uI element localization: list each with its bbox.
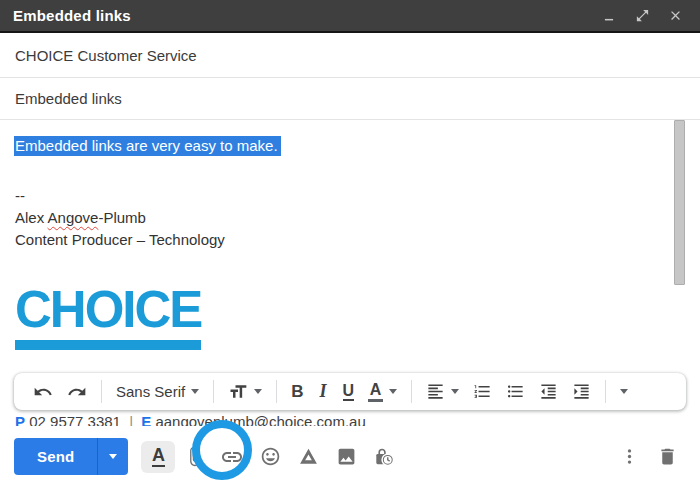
chevron-down-icon [254,389,262,394]
align-left-icon [426,382,445,401]
close-icon [668,8,683,23]
indent-more-button[interactable] [565,377,598,407]
more-options-button[interactable] [610,438,648,476]
font-size-button[interactable] [221,377,269,407]
drive-icon [298,446,319,467]
photo-icon [336,446,357,467]
contact-separator: | [125,413,137,426]
insert-drive-file-button[interactable] [289,438,327,476]
toolbar-divider [411,380,412,403]
toolbar-divider [605,380,606,403]
send-button-group: Send [14,438,128,475]
popout-button[interactable] [630,5,654,27]
email-label: E [141,413,151,426]
signature-divider: -- [15,185,685,207]
open-in-full-icon [635,8,650,23]
more-vertical-icon [620,447,639,466]
link-icon [220,445,244,469]
window-title: Embedded links [13,7,588,24]
minimize-button[interactable] [597,5,621,27]
undo-icon [33,382,53,402]
insert-emoji-button[interactable] [251,438,289,476]
email-address: aangoveplumb@choice.com.au [155,413,365,426]
bulleted-list-icon [506,382,525,401]
send-button[interactable]: Send [14,438,97,475]
titlebar: Embedded links [0,0,700,33]
chevron-down-icon [620,389,628,394]
phone-label: P [15,413,25,426]
signature-name: Alex Angove-Plumb [15,207,685,229]
text-color-icon: A [368,382,383,402]
insert-link-button[interactable] [213,438,251,476]
toolbar-divider [276,380,277,403]
redo-icon [67,382,87,402]
text-color-button[interactable]: A [361,377,404,407]
close-button[interactable] [663,5,687,27]
formatting-icon: A [152,446,165,467]
chevron-down-icon [389,389,397,394]
phone-number: 02 9577 3381 [29,413,125,426]
message-body[interactable]: Embedded links are very easy to make. --… [0,120,700,426]
subject-field[interactable]: Embedded links [0,78,700,120]
italic-icon: I [317,381,328,402]
numbered-list-button[interactable] [466,377,499,407]
misspelled-word: Angove [48,209,99,226]
indent-less-button[interactable] [532,377,565,407]
subject-value: Embedded links [15,90,122,107]
chevron-down-icon [451,389,459,394]
redo-button[interactable] [60,377,94,407]
toolbar-divider [101,380,102,403]
body-text-line: Embedded links are very easy to make. [15,137,685,154]
confidential-mode-icon [373,446,395,468]
paperclip-icon [184,446,205,467]
send-options-button[interactable] [97,438,128,475]
font-size-icon [228,382,248,402]
trash-icon [657,446,678,467]
toolbar-divider [213,380,214,403]
bold-icon: B [291,382,303,402]
emoji-icon [260,446,281,467]
recipient-value: CHOICE Customer Service [15,47,197,64]
more-formatting-button[interactable] [613,377,635,407]
discard-draft-button[interactable] [648,438,686,476]
formatting-options-button[interactable]: A [141,441,175,473]
body-scrollbar[interactable] [674,120,685,285]
recipient-field[interactable]: CHOICE Customer Service [0,33,700,78]
bulleted-list-button[interactable] [499,377,532,407]
chevron-down-icon [191,389,199,394]
send-label: Send [37,448,74,465]
selected-text: Embedded links are very easy to make. [14,136,281,156]
bold-button[interactable]: B [284,377,310,407]
compose-action-bar: Send A [0,426,700,487]
undo-button[interactable] [26,377,60,407]
font-family-value: Sans Serif [116,383,185,400]
indent-less-icon [539,382,558,401]
chevron-down-icon [109,454,117,459]
numbered-list-icon [473,382,492,401]
attach-file-button[interactable] [175,438,213,476]
align-button[interactable] [419,377,466,407]
choice-logo: CHOICE [15,287,201,350]
minimize-icon [602,9,616,23]
insert-photo-button[interactable] [327,438,365,476]
font-family-selector[interactable]: Sans Serif [109,377,206,407]
underline-icon: U [343,382,355,401]
signature-role: Content Producer – Technology [15,229,685,251]
compose-window: Embedded links CHOICE Customer Service E… [0,0,700,489]
underline-button[interactable]: U [336,377,362,407]
italic-button[interactable]: I [310,377,335,407]
signature-contact-line: P 02 9577 3381 | E aangoveplumb@choice.c… [15,414,366,426]
formatting-toolbar: Sans Serif B I U A [14,373,686,410]
confidential-mode-button[interactable] [365,438,403,476]
indent-more-icon [572,382,591,401]
